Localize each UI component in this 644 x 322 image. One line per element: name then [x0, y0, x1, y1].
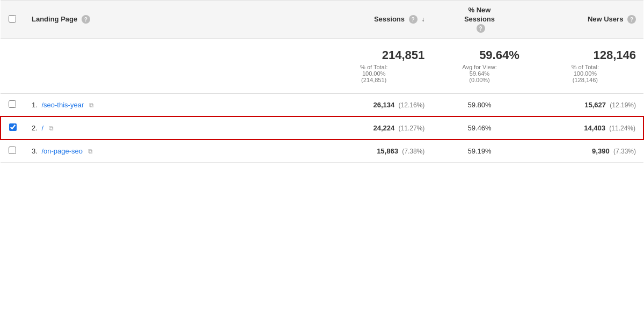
new-sessions-help-icon[interactable]: ?: [477, 24, 485, 33]
sessions-sort-arrow[interactable]: ↓: [421, 16, 425, 23]
row-number: 3.: [32, 147, 38, 155]
row-new-sessions: 59.46%: [432, 116, 526, 140]
row-sessions: 26,134 (12.16%): [316, 93, 432, 116]
summary-new-users-col: 128,146 % of Total: 100.00% (128,146): [527, 39, 643, 94]
sessions-pct: (7.38%): [400, 148, 425, 155]
row-checkbox-col: [1, 140, 24, 163]
row-new-users: 9,390 (7.33%): [527, 140, 643, 163]
new-users-value: 15,627: [584, 101, 606, 109]
new-users-pct: (12.19%): [608, 101, 636, 109]
table-row: 2. / ⧉ 24,224 (11.27%)59.46%14,403 (11.2…: [1, 116, 643, 140]
sessions-pct: (11.27%): [397, 125, 425, 132]
row-checkbox-1[interactable]: [9, 123, 17, 131]
row-number: 2.: [32, 124, 38, 132]
row-number: 1.: [32, 101, 38, 109]
summary-new-users-sub: % of Total: 100.00% (128,146): [535, 64, 636, 83]
new-users-label: New Users: [588, 15, 623, 23]
row-new-users: 15,627 (12.19%): [527, 93, 643, 116]
new-users-value: 14,403: [584, 124, 605, 132]
row-new-sessions: 59.19%: [432, 140, 526, 163]
row-checkbox-col: [1, 93, 24, 116]
row-checkbox-col: [1, 116, 24, 140]
select-all-checkbox[interactable]: [9, 15, 16, 23]
row-landing-page: 1. /seo-this-year ⧉: [24, 93, 316, 116]
sessions-value: 24,224: [373, 124, 394, 132]
copy-icon[interactable]: ⧉: [49, 125, 54, 132]
sessions-value: 26,134: [373, 101, 394, 109]
sessions-help-icon[interactable]: ?: [409, 15, 418, 24]
summary-new-sessions-col: 59.64% Avg for View: 59.64% (0.00%): [432, 39, 526, 94]
new-sessions-header: % NewSessions ?: [432, 1, 526, 39]
summary-sessions-value: 214,851: [323, 48, 425, 62]
new-users-pct: (7.33%): [612, 148, 636, 155]
landing-page-label: Landing Page: [32, 15, 77, 23]
summary-new-sessions-value: 59.64%: [440, 48, 519, 62]
new-users-header: New Users ?: [527, 1, 643, 39]
new-users-pct: (11.24%): [608, 125, 635, 132]
summary-row: 214,851 % of Total: 100.00% (214,851) 59…: [1, 39, 643, 94]
copy-icon[interactable]: ⧉: [88, 148, 93, 155]
summary-new-sessions-sub: Avg for View: 59.64% (0.00%): [440, 64, 519, 83]
row-checkbox-2[interactable]: [9, 147, 16, 154]
row-sessions: 15,863 (7.38%): [316, 140, 432, 163]
table-row: 1. /seo-this-year ⧉ 26,134 (12.16%)59.80…: [1, 93, 643, 116]
new-users-value: 9,390: [592, 147, 610, 155]
summary-checkbox-col: [1, 39, 24, 94]
table-row: 3. /on-page-seo ⧉ 15,863 (7.38%)59.19%9,…: [1, 140, 643, 163]
row-landing-page: 2. / ⧉: [24, 116, 316, 140]
sessions-header: Sessions ? ↓: [316, 1, 432, 39]
page-link[interactable]: /: [41, 124, 43, 132]
page-link[interactable]: /on-page-seo: [41, 147, 83, 155]
summary-sessions-sub: % of Total: 100.00% (214,851): [323, 64, 425, 83]
summary-new-users-value: 128,146: [535, 48, 636, 62]
sessions-label: Sessions: [374, 15, 405, 23]
sessions-value: 15,863: [377, 147, 398, 155]
header-checkbox-col: [1, 1, 24, 39]
row-new-sessions: 59.80%: [432, 93, 526, 116]
summary-label-col: [24, 39, 316, 94]
landing-page-help-icon[interactable]: ?: [82, 15, 90, 24]
row-landing-page: 3. /on-page-seo ⧉: [24, 140, 316, 163]
page-link[interactable]: /seo-this-year: [41, 101, 84, 109]
new-users-help-icon[interactable]: ?: [627, 15, 636, 24]
summary-sessions-col: 214,851 % of Total: 100.00% (214,851): [316, 39, 432, 94]
copy-icon[interactable]: ⧉: [89, 101, 94, 109]
row-new-users: 14,403 (11.24%): [527, 116, 643, 140]
row-sessions: 24,224 (11.27%): [316, 116, 432, 140]
new-sessions-label: % NewSessions: [440, 6, 519, 24]
analytics-table: Landing Page ? Sessions ? ↓ % NewSession…: [0, 0, 644, 163]
row-checkbox-0[interactable]: [9, 100, 16, 108]
sessions-pct: (12.16%): [397, 101, 425, 109]
landing-page-header: Landing Page ?: [24, 1, 316, 39]
